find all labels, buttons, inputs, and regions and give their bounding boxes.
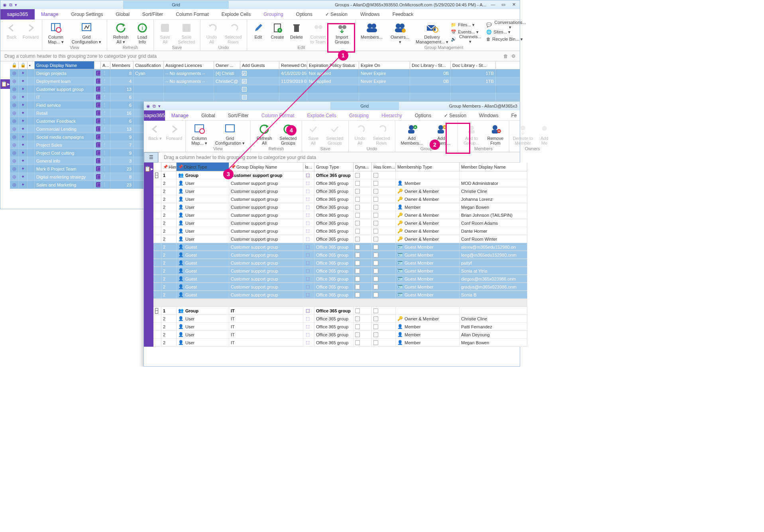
- table-row[interactable]: 2👤UserCustomer support group⬚Office 365 …: [153, 219, 527, 227]
- copy-icon[interactable]: ⧉: [153, 104, 156, 109]
- col-header-11[interactable]: Renewed On: [279, 61, 307, 69]
- close-button[interactable]: ✕: [510, 2, 517, 8]
- mini-files-button[interactable]: 📁Files... ▾: [451, 21, 477, 28]
- table-row[interactable]: ◎✦Customer support group⬚⋮13: [10, 85, 520, 93]
- undo-all-w2[interactable]: UndoAll: [351, 122, 369, 145]
- tab-w2-windows[interactable]: Windows: [473, 110, 505, 121]
- demote-button[interactable]: Demote toMember: [512, 122, 534, 145]
- table-row[interactable]: 2👤UserCustomer support group⬚Office 365 …: [153, 203, 527, 211]
- col-header-13[interactable]: Expire On: [359, 61, 410, 69]
- app-name-w1[interactable]: sapio365: [0, 9, 35, 20]
- refresh-all-w2[interactable]: RefreshAll: [253, 122, 275, 145]
- owners-button[interactable]: Owners...▾: [387, 21, 413, 44]
- table-row[interactable]: 2👤UserCustomer support group⬚Office 365 …: [153, 187, 527, 195]
- table-row[interactable]: 2👤UserIT⬚Office 365 group👤MemberAllan De…: [153, 331, 527, 339]
- tab-column-format[interactable]: Column Format: [169, 9, 215, 20]
- mini-conv-button[interactable]: 💬Conversations... ▾: [486, 21, 529, 28]
- mini-sites-button[interactable]: 🌐Sites... ▾: [486, 28, 513, 35]
- grid-config-button[interactable]: GridConfiguration ▾: [69, 21, 104, 44]
- col-header-5[interactable]: A...: [101, 61, 110, 69]
- maximize-button[interactable]: ▭: [500, 2, 507, 8]
- col-header-w2-7[interactable]: Has licen...: [372, 163, 396, 171]
- col-header-7[interactable]: Classification: [134, 61, 164, 69]
- table-row[interactable]: 2👤UserCustomer support group⬚Office 365 …: [153, 211, 527, 219]
- group-zone-w1[interactable]: Drag a column header to this grouping zo…: [0, 51, 520, 61]
- app-name-w2[interactable]: sapio365: [144, 110, 165, 121]
- accessibility-icon[interactable]: ◉: [146, 104, 150, 109]
- tab-w2-global[interactable]: Global: [195, 110, 222, 121]
- tab-w2-fe[interactable]: Fe: [505, 110, 523, 121]
- gear-icon[interactable]: ⚙: [511, 53, 516, 59]
- tab-w2-manage[interactable]: Manage: [165, 110, 195, 121]
- mini-channels-button[interactable]: 🔊Channels... ▾: [451, 35, 485, 43]
- tab-explode-cells[interactable]: Explode Cells: [215, 9, 257, 20]
- table-row[interactable]: 2👤UserIT⬚Office 365 group👤MemberMegan Bo…: [153, 339, 527, 347]
- table-row[interactable]: 2👤GuestCustomer support group⬚Office 365…: [153, 243, 527, 251]
- back-button-w2[interactable]: Back ▾: [146, 122, 164, 141]
- col-header-6[interactable]: Members: [110, 61, 134, 69]
- table-row[interactable]: 2👤UserCustomer support group⬚Office 365 …: [153, 179, 527, 187]
- tab-w2-options[interactable]: Options: [409, 110, 438, 121]
- accessibility-icon[interactable]: ◉: [3, 2, 7, 8]
- col-header-w2-4[interactable]: Is...: [303, 163, 314, 171]
- col-header-1[interactable]: 🔒: [19, 61, 27, 69]
- tab-sort-filter[interactable]: Sort/Filter: [136, 9, 169, 20]
- table-row[interactable]: 2👤GuestCustomer support group⬚Office 365…: [153, 283, 527, 291]
- tab-w2-column-format[interactable]: Column Format: [255, 110, 301, 121]
- table-row[interactable]: 2👤UserIT⬚Office 365 group🔑Owner & Member…: [153, 315, 527, 323]
- clipboard-sidebar-icon[interactable]: 📋▸: [0, 79, 10, 89]
- dropdown-icon[interactable]: ▾: [15, 2, 17, 8]
- tab-windows[interactable]: Windows: [354, 9, 386, 20]
- col-header-8[interactable]: Assigned Licences: [164, 61, 214, 69]
- col-header-w2-6[interactable]: Dyna...: [354, 163, 372, 171]
- add-me-button[interactable]: AddMe: [536, 122, 553, 145]
- minimize-button[interactable]: —: [489, 2, 497, 8]
- save-all-w2[interactable]: SaveAll: [304, 122, 322, 145]
- save-selected-w2[interactable]: SelectedGroups: [324, 122, 346, 145]
- undo-selected-button[interactable]: SelectedRows: [222, 21, 244, 44]
- clipboard-sidebar-icon-w2[interactable]: 📋▸: [144, 164, 153, 174]
- tab-w2-explode-cells[interactable]: Explode Cells: [301, 110, 343, 121]
- mini-recycle-button[interactable]: 🗑Recycle Bin... ▾: [486, 35, 525, 43]
- table-row[interactable]: 2👤GuestCustomer support group⬚Office 365…: [153, 267, 527, 275]
- table-row[interactable]: −1👥GroupCustomer support group⬚Office 36…: [153, 171, 527, 179]
- convert-team-button[interactable]: Convertto Team: [307, 21, 329, 44]
- tab-w2-session[interactable]: Session: [438, 110, 473, 121]
- add-members-button[interactable]: +AddMembers...: [398, 122, 426, 145]
- table-row[interactable]: −1👥GroupIT⬚Office 365 group: [153, 307, 527, 315]
- table-row[interactable]: 2👤UserCustomer support group⬚Office 365 …: [153, 227, 527, 235]
- table-row[interactable]: 2👤GuestCustomer support group⬚Office 365…: [153, 275, 527, 283]
- col-header-3[interactable]: Group Display Name: [35, 61, 94, 69]
- table-row[interactable]: 2👤UserCustomer support group⬚Office 365 …: [153, 195, 527, 203]
- col-header-0[interactable]: 🔒: [10, 61, 19, 69]
- column-map-button[interactable]: ColumnMap... ▾: [45, 21, 67, 44]
- undo-selected-w2[interactable]: SelectedRows: [370, 122, 393, 145]
- tab-w2-grouping[interactable]: Grouping: [343, 110, 375, 121]
- col-header-15[interactable]: Doc Library - St...: [451, 61, 496, 69]
- tab-group-settings[interactable]: Group Settings: [65, 9, 109, 20]
- table-row[interactable]: [153, 299, 527, 307]
- table-row[interactable]: 2👤GuestCustomer support group⬚Office 365…: [153, 251, 527, 259]
- table-row[interactable]: 2👤GuestCustomer support group⬚Office 365…: [153, 291, 527, 299]
- forward-button-w2[interactable]: Forward: [165, 122, 183, 141]
- undo-all-button[interactable]: UndoAll: [203, 21, 220, 44]
- load-info-button[interactable]: iLoadInfo: [134, 21, 151, 44]
- forward-button[interactable]: Forward: [22, 21, 39, 39]
- members-button[interactable]: Members...: [358, 21, 385, 44]
- tab-w2-hierarchy[interactable]: Hierarchy: [375, 110, 408, 121]
- col-header-4[interactable]: [94, 61, 101, 69]
- copy-icon[interactable]: ⧉: [9, 2, 12, 8]
- col-header-9[interactable]: Owner ...: [214, 61, 240, 69]
- tab-w2-sort-filter[interactable]: Sort/Filter: [222, 110, 255, 121]
- save-selected-button[interactable]: SaveSelected: [175, 21, 198, 44]
- delivery-mgmt-button[interactable]: DeliveryManagement... ▾: [415, 21, 449, 44]
- col-header-14[interactable]: Doc Library - St...: [410, 61, 451, 69]
- table-row[interactable]: 2👤UserCustomer support group⬚Office 365 …: [153, 235, 527, 243]
- tab-options[interactable]: Options: [290, 9, 319, 20]
- col-header-w2-0[interactable]: [153, 163, 161, 171]
- tab-global[interactable]: Global: [109, 9, 136, 20]
- col-header-w2-9[interactable]: Member Display Name: [460, 163, 527, 171]
- table-row[interactable]: ◎✦IT⬚⋮6: [10, 93, 520, 101]
- dropdown-icon[interactable]: ▾: [158, 104, 161, 109]
- col-header-w2-3[interactable]: Group Display Name: [229, 163, 303, 171]
